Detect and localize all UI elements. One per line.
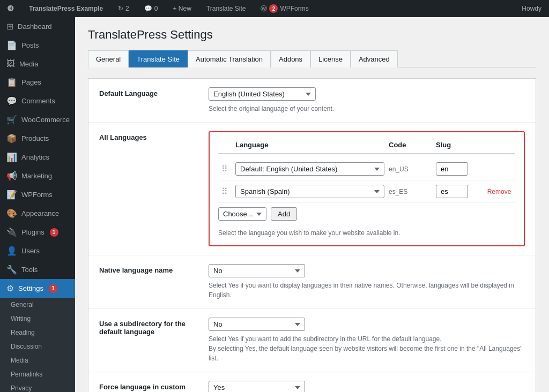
drag-handle-default[interactable]: ⠿ xyxy=(218,164,231,174)
sidebar-item-label: Products xyxy=(21,134,49,142)
main-content: TranslatePress Settings General Translat… xyxy=(75,17,549,392)
tab-addons[interactable]: Addons xyxy=(271,50,310,67)
sidebar-item-label: Settings xyxy=(18,284,43,292)
sidebar-item-analytics[interactable]: 📊 Analytics xyxy=(0,148,75,167)
tab-license[interactable]: License xyxy=(310,50,351,67)
admin-bar-howdy[interactable]: Howdy xyxy=(518,0,545,17)
submenu-privacy[interactable]: Privacy xyxy=(0,381,75,392)
admin-bar-translate-site[interactable]: Translate Site xyxy=(203,0,249,17)
admin-bar: 🅦 TranslatePress Example ↻ 2 💬 0 + New T… xyxy=(0,0,549,17)
media-icon: 🖼 xyxy=(6,59,15,69)
sidebar-item-posts[interactable]: 📄 Posts xyxy=(0,36,75,55)
sidebar-item-users[interactable]: 👤 Users xyxy=(0,242,75,260)
wp-layout: ⊞ Dashboard 📄 Posts 🖼 Media 📋 Pages 💬 Co… xyxy=(0,17,549,392)
admin-bar-new[interactable]: + New xyxy=(169,0,194,17)
tools-icon: 🔧 xyxy=(6,265,17,275)
slug-col-header: Slug xyxy=(436,141,479,149)
sidebar-item-label: WooCommerce xyxy=(21,116,70,124)
pages-icon: 📋 xyxy=(6,77,17,87)
admin-bar-comments[interactable]: 💬 0 xyxy=(141,0,161,17)
default-language-label: Default Language xyxy=(99,87,196,97)
admin-bar-updates[interactable]: ↻ 2 xyxy=(115,0,132,17)
updates-icon: ↻ xyxy=(118,5,123,12)
sidebar-item-comments[interactable]: 💬 Comments xyxy=(0,92,75,110)
woocommerce-icon: 🛒 xyxy=(6,115,17,125)
force-language-label: Force language in custom links xyxy=(99,381,196,392)
sidebar-item-label: Dashboard xyxy=(18,22,52,31)
analytics-icon: 📊 xyxy=(6,152,17,162)
admin-bar-wordpress-logo[interactable]: 🅦 xyxy=(4,0,17,17)
remove-spanish-button[interactable]: Remove xyxy=(483,188,515,195)
sidebar-item-label: Plugins xyxy=(21,228,44,236)
submenu-permalinks[interactable]: Permalinks xyxy=(0,367,75,381)
all-languages-row: All Languages Language Code Slug xyxy=(88,123,536,255)
language-select-default[interactable]: Default: English (United States) xyxy=(235,162,384,176)
default-language-desc: Select the original language of your con… xyxy=(209,104,525,114)
native-language-control: No Yes Select Yes if you want to display… xyxy=(209,264,525,300)
sidebar-item-wpforms[interactable]: 📝 WPForms xyxy=(0,185,75,204)
drag-handle-spanish[interactable]: ⠿ xyxy=(218,186,231,197)
tab-translate-site[interactable]: Translate Site xyxy=(129,50,188,67)
language-slug-default[interactable] xyxy=(436,162,468,176)
wpforms-menu-icon: 📝 xyxy=(6,190,17,200)
settings-icon: ⚙ xyxy=(6,283,14,293)
comments-count: 0 xyxy=(154,5,158,12)
force-language-select[interactable]: Yes No xyxy=(209,381,305,392)
language-col-header: Language xyxy=(235,141,384,149)
native-language-label: Native language name xyxy=(99,264,196,274)
submenu-reading[interactable]: Reading xyxy=(0,326,75,340)
language-slug-spanish[interactable] xyxy=(436,185,468,198)
sidebar-item-appearance[interactable]: 🎨 Appearance xyxy=(0,204,75,223)
sidebar-item-woocommerce[interactable]: 🛒 WooCommerce xyxy=(0,110,75,129)
sidebar-item-dashboard[interactable]: ⊞ Dashboard xyxy=(0,17,75,36)
add-language-select[interactable]: Choose... xyxy=(218,207,266,221)
submenu-media[interactable]: Media xyxy=(0,353,75,367)
default-language-control: English (United States) Select the origi… xyxy=(209,87,525,114)
default-language-row: Default Language English (United States)… xyxy=(88,79,536,123)
admin-bar-wpforms[interactable]: Ⓦ 2 WPForms xyxy=(257,0,311,17)
submenu-writing[interactable]: Writing xyxy=(0,312,75,326)
wpforms-icon: Ⓦ xyxy=(261,4,267,13)
subdirectory-control: No Yes Select Yes if you want to add the… xyxy=(209,318,525,363)
tab-advanced[interactable]: Advanced xyxy=(351,50,398,67)
site-name-label: TranslatePress Example xyxy=(29,5,103,12)
sidebar-item-products[interactable]: 📦 Products xyxy=(0,129,75,148)
dashboard-icon: ⊞ xyxy=(6,21,13,32)
tab-general[interactable]: General xyxy=(88,50,129,67)
comments-icon: 💬 xyxy=(144,5,152,12)
updates-count: 2 xyxy=(125,5,129,12)
sidebar-item-media[interactable]: 🖼 Media xyxy=(0,55,75,73)
plugins-badge: 1 xyxy=(50,228,58,237)
plugins-icon: 🔌 xyxy=(6,227,17,237)
native-language-select[interactable]: No Yes xyxy=(209,264,305,277)
admin-bar-site-name[interactable]: TranslatePress Example xyxy=(26,0,106,17)
wordpress-icon: 🅦 xyxy=(8,5,14,12)
settings-submenu: General Writing Reading Discussion Media… xyxy=(0,298,75,392)
sidebar-item-label: Media xyxy=(19,60,38,68)
tab-automatic-translation[interactable]: Automatic Translation xyxy=(188,50,271,67)
sidebar-item-plugins[interactable]: 🔌 Plugins 1 xyxy=(0,223,75,242)
products-icon: 📦 xyxy=(6,133,17,144)
native-language-row: Native language name No Yes Select Yes i… xyxy=(88,255,536,309)
sidebar-item-marketing[interactable]: 📢 Marketing xyxy=(0,167,75,185)
language-code-spanish: es_ES xyxy=(389,188,432,195)
sidebar-item-pages[interactable]: 📋 Pages xyxy=(0,73,75,92)
page-title: TranslatePress Settings xyxy=(88,28,536,42)
sidebar-item-label: Marketing xyxy=(21,172,52,180)
add-language-row: Choose... Add xyxy=(218,203,515,225)
posts-icon: 📄 xyxy=(6,40,17,50)
sidebar-item-settings[interactable]: ⚙ Settings 1 xyxy=(0,279,75,298)
sidebar-item-label: Users xyxy=(21,247,40,255)
subdirectory-desc1: Select Yes if you want to add the subdir… xyxy=(209,334,525,363)
appearance-icon: 🎨 xyxy=(6,208,17,218)
wpforms-badge: 2 xyxy=(269,4,278,13)
default-language-select[interactable]: English (United States) xyxy=(209,87,316,101)
submenu-discussion[interactable]: Discussion xyxy=(0,340,75,353)
subdirectory-select[interactable]: No Yes xyxy=(209,318,305,331)
sidebar-item-tools[interactable]: 🔧 Tools xyxy=(0,260,75,279)
add-language-button[interactable]: Add xyxy=(271,207,297,221)
language-select-spanish[interactable]: Spanish (Spain) xyxy=(235,185,384,198)
translate-site-label: Translate Site xyxy=(206,5,246,12)
submenu-general[interactable]: General xyxy=(0,298,75,312)
wpforms-label: WPForms xyxy=(280,5,308,12)
